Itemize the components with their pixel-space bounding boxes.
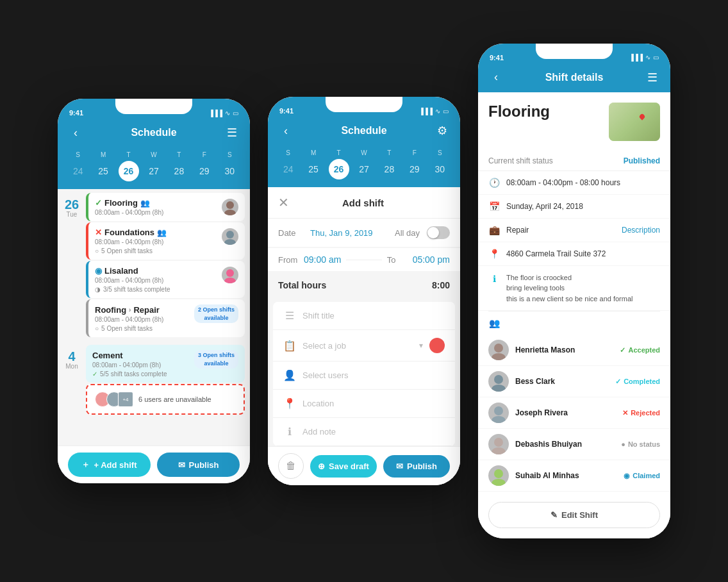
settings-icon-2[interactable]: ⚙	[434, 124, 450, 138]
status-chip-bess: ✓ Completed	[615, 378, 660, 386]
select-users-input[interactable]: Select users	[302, 370, 445, 380]
modal-date-row: Date Thu, Jan 9, 2019 All day	[268, 219, 460, 247]
day-label-t2: T	[169, 151, 189, 158]
open-icon-repair: ○	[95, 325, 99, 332]
circle-icon-lisaland: ◉	[95, 266, 102, 276]
no-status-label: No status	[628, 440, 660, 448]
w2-date-27[interactable]: 27	[354, 159, 374, 179]
week-strip-1: S M T W T F S 24 25 26 27 28 29 30	[58, 147, 250, 189]
add-note-input[interactable]: Add note	[302, 427, 445, 436]
w2-date-28[interactable]: 28	[379, 159, 399, 179]
edit-shift-button[interactable]: ✎ Edit Shift	[488, 502, 660, 528]
add-note-row[interactable]: ℹ Add note	[273, 418, 455, 446]
description-link[interactable]: Description	[622, 226, 660, 235]
w2-date-30[interactable]: 30	[429, 159, 450, 179]
shift-time-cement: 08:00am - 04:00pm (8h)	[92, 362, 161, 369]
shift-meta-cement: 5/5 shift tasks complete	[100, 370, 167, 378]
select-job-input[interactable]: Select a job	[302, 341, 413, 351]
send-icon-2: ✉	[396, 461, 403, 471]
location-icon: 📍	[283, 397, 296, 410]
shift-name-foundations: Foundations	[104, 228, 154, 237]
w2-date-29[interactable]: 29	[404, 159, 425, 179]
assignee-row-joseph: Joseph Rivera ✕ Rejected	[478, 397, 670, 429]
send-icon-1: ✉	[178, 460, 185, 470]
week-date-26[interactable]: 26	[119, 161, 139, 181]
week-dates-2: 24 25 26 27 28 29 30	[276, 159, 452, 179]
week-date-27[interactable]: 27	[144, 161, 164, 181]
modal-bottom: 🗑 ⊕ Save draft ✉ Publish	[268, 446, 460, 485]
location-row[interactable]: 📍 Location	[273, 390, 455, 418]
publish-button-2[interactable]: ✉ Publish	[383, 455, 450, 478]
shift-title-input[interactable]: Shift title	[302, 311, 445, 320]
date-detail-row: 📅 Sunday, April 24, 2018	[478, 195, 670, 219]
shift-card-flooring[interactable]: ✓ Flooring 👥 08:00am - 04:00pm (8h)	[86, 193, 245, 221]
back-button-1[interactable]: ‹	[68, 126, 83, 140]
w2-date-24[interactable]: 24	[278, 159, 299, 179]
status-time-2: 9:41	[279, 107, 294, 115]
select-job-row[interactable]: 📋 Select a job ▾	[273, 330, 455, 362]
shift-card-lisaland[interactable]: ◉ Lisaland 08:00am - 04:00pm (8h) ◑	[86, 261, 245, 298]
from-value[interactable]: 09:00 am	[304, 254, 341, 265]
delete-button[interactable]: 🗑	[278, 453, 304, 479]
assignee-name-bess: Bess Clark	[515, 377, 609, 386]
week-date-24[interactable]: 24	[68, 161, 88, 181]
people-icon-foundations: 👥	[157, 228, 167, 237]
open-shifts-cement: 3 Open shiftsavailable	[194, 350, 238, 369]
status-chip-suhaib: ◉ Claimed	[624, 472, 660, 480]
to-value[interactable]: 05:00 pm	[413, 254, 450, 265]
location-input[interactable]: Location	[302, 399, 445, 408]
open-icon-foundations: ○	[95, 247, 99, 254]
no-status-icon: ●	[621, 440, 625, 448]
battery-icon-2: ▭	[443, 108, 449, 115]
add-shift-button[interactable]: ＋ + Add shift	[68, 453, 151, 477]
people-icon-flooring: 👥	[140, 199, 150, 208]
modal-close-button[interactable]: ✕	[278, 195, 289, 210]
back-button-2[interactable]: ‹	[278, 124, 294, 138]
signal-icon: ▐▐▐	[209, 110, 222, 117]
week-dates-1: 24 25 26 27 28 29 30	[65, 161, 242, 181]
svg-point-13	[492, 447, 506, 454]
select-users-row[interactable]: 👤 Select users	[273, 362, 455, 390]
unavail-text: 6 users are unavailable	[138, 395, 211, 403]
week-date-29[interactable]: 29	[194, 161, 215, 181]
week-date-25[interactable]: 25	[93, 161, 113, 181]
unavail-avatars: +4	[95, 392, 133, 407]
bottom-bar-1: ＋ + Add shift ✉ Publish	[58, 445, 250, 483]
publish-button-1[interactable]: ✉ Publish	[157, 453, 240, 477]
plus-icon: ＋	[81, 459, 90, 470]
all-day-toggle[interactable]	[427, 226, 450, 239]
address-detail: 4860 Carmela Trail Suite 372	[506, 249, 660, 258]
current-status-label: Current shift status	[488, 156, 553, 165]
week-date-28[interactable]: 28	[169, 161, 189, 181]
phone-schedule: 9:41 ▐▐▐ ∿ ▭ ‹ Schedule ☰ S M T W T F S	[58, 99, 250, 483]
shift-time-repair: 08:00am - 04:00pm (8h)	[95, 316, 163, 323]
shift-title-detail: Flooring	[488, 103, 550, 121]
shift-card-repair[interactable]: Roofing › Repair 08:00am - 04:00pm (8h) …	[86, 299, 245, 337]
claimed-label: Claimed	[633, 472, 660, 479]
save-icon: ⊕	[318, 461, 325, 471]
time-range-detail: 08:00am - 04:00pm - 08:00 hours	[506, 178, 660, 187]
nav-title-3: Shift details	[504, 72, 645, 83]
week-date-30[interactable]: 30	[219, 161, 240, 181]
day-section-26: 26 Tue ✓ Flooring 👥	[58, 189, 250, 341]
day-number-4: 4	[63, 350, 81, 363]
date-value[interactable]: Thu, Jan 9, 2019	[310, 228, 373, 238]
job-icon: 💼	[488, 225, 500, 235]
shift-card-cement[interactable]: Cement 08:00am - 04:00pm (8h) 3 Open shi…	[86, 345, 245, 383]
menu-icon-3[interactable]: ☰	[645, 71, 660, 85]
w2-date-25[interactable]: 25	[303, 159, 324, 179]
avatar-joseph	[488, 403, 509, 423]
signal-icon-3: ▐▐▐	[629, 54, 643, 61]
save-draft-button[interactable]: ⊕ Save draft	[310, 455, 377, 478]
w2-date-26[interactable]: 26	[329, 159, 349, 179]
shift-card-foundations[interactable]: ✕ Foundations 👥 08:00am - 04:00pm (8h)	[86, 222, 245, 260]
add-shift-label: + Add shift	[94, 460, 136, 470]
map-preview[interactable]	[609, 103, 660, 141]
day-label-s1: S	[68, 151, 88, 158]
modal-date-section: Date Thu, Jan 9, 2019 All day	[268, 219, 460, 247]
menu-icon-1[interactable]: ☰	[224, 126, 240, 140]
svg-point-4	[226, 269, 234, 277]
all-day-label: All day	[395, 228, 420, 238]
back-button-3[interactable]: ‹	[488, 71, 504, 84]
nav-bar-3: ‹ Shift details ☰	[478, 65, 670, 92]
